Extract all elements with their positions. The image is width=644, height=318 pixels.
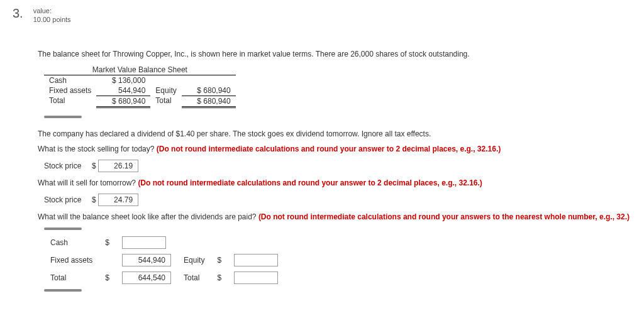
bs1-total-label: Total [44,96,96,107]
para2: The company has declared a dividend of $… [38,129,631,138]
q3-hint: (Do not round intermediate calculations … [258,212,630,221]
bs1-title: Market Value Balance Sheet [44,65,236,75]
balance-sheet-1: Market Value Balance Sheet Cash $ 136,00… [44,65,236,108]
bs2-fixed-input[interactable]: 544,940 [122,254,171,266]
bs2-cash-cur: $ [99,234,116,251]
question-1: What is the stock selling for today? (Do… [38,145,631,153]
bs1-equity-label: Equity [150,85,181,96]
bs2-total-cur: $ [99,269,116,287]
q1-hint: (Do not round intermediate calculations … [157,145,501,153]
value-label: value: [33,6,71,15]
q2-text: What will it sell for tomorrow? [38,178,138,187]
separator-bar-2 [44,228,82,230]
separator-bar-3 [44,289,82,292]
question-2: What will it sell for tomorrow? (Do not … [38,178,631,187]
a2-label: Stock price [44,195,81,204]
answer-2: Stock price $ 24.79 [44,194,631,206]
bs1-equity-val: $ 680,940 [182,85,236,96]
bs1-total-label2: Total [150,96,181,107]
bs2-equity-label: Equity [177,251,211,269]
a1-currency: $ [92,162,96,170]
q1-text: What is the stock selling for today? [38,145,157,153]
answer-1: Stock price $ 26.19 [44,160,631,172]
bs1-fixed-label: Fixed assets [44,85,96,96]
bs2-equity-cur: $ [211,251,228,269]
question-header: 3. value: 10.00 points [13,6,631,25]
bs1-cash-val: $ 136,000 [96,75,150,85]
points-value: 10.00 points [33,15,71,24]
a2-currency: $ [92,195,96,204]
bs2-total-left-input[interactable]: 644,540 [122,271,171,284]
a1-input[interactable]: 26.19 [98,160,138,172]
question-3: What will the balance sheet look like af… [38,212,631,221]
bs2-cash-label: Cash [44,234,99,251]
bs2-cash-input[interactable] [122,236,166,249]
bs1-total-left: $ 680,940 [96,96,150,107]
a2-input[interactable]: 24.79 [98,194,138,206]
question-number: 3. [13,6,23,21]
separator-bar [44,116,82,118]
bs2-equity-input[interactable] [234,254,278,266]
bs2-total-label2: Total [177,269,211,287]
q3-text: What will the balance sheet look like af… [38,212,258,221]
balance-sheet-2: Cash $ Fixed assets 544,940 Equity $ Tot… [44,234,284,287]
a1-label: Stock price [44,162,81,170]
bs2-total-right-input[interactable] [234,271,278,284]
q2-hint: (Do not round intermediate calculations … [138,178,482,187]
intro-text: The balance sheet for Throwing Copper, I… [38,50,631,58]
bs1-total-right: $ 680,940 [182,96,236,107]
bs2-total-cur2: $ [211,269,228,287]
bs2-fixed-label: Fixed assets [44,251,99,269]
points-block: value: 10.00 points [33,6,71,25]
bs2-total-label: Total [44,269,99,287]
bs1-fixed-val: 544,940 [96,85,150,96]
bs1-cash-label: Cash [44,75,96,85]
